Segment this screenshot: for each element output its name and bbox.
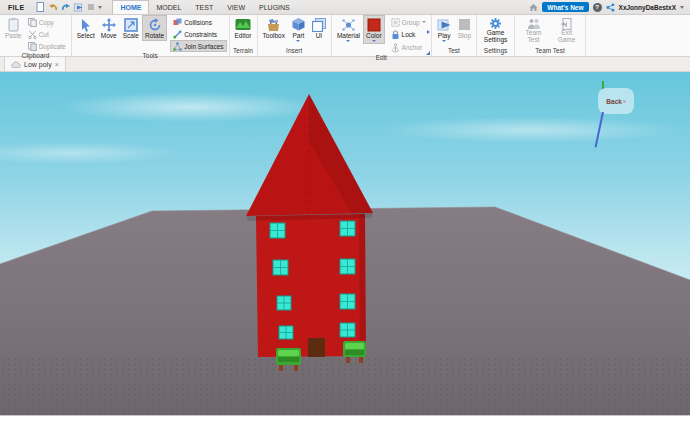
team-test-button[interactable]: Team Test (517, 15, 550, 46)
view-selector-label: Back (606, 98, 622, 105)
anchor-button[interactable]: Anchor (388, 41, 429, 54)
username[interactable]: XxJonnyDaBestxX (619, 4, 676, 11)
select-icon (79, 17, 92, 32)
scale-label: Scale (123, 32, 139, 39)
lock-button[interactable]: Lock (388, 28, 429, 41)
rotate-label: Rotate (145, 32, 164, 39)
viewport-3d[interactable]: Back x (0, 72, 690, 415)
ribbon: Paste Copy Cut Duplicate Clipboard (0, 14, 690, 57)
whats-new-button[interactable]: What's New (542, 2, 588, 12)
group-edit: Material Color Group Lock (332, 14, 432, 56)
part-icon (291, 17, 306, 32)
help-icon[interactable]: ? (593, 3, 602, 12)
game-settings-button[interactable]: Game Settings (479, 15, 512, 46)
join-surfaces-icon (173, 42, 182, 51)
file-menu[interactable]: FILE (0, 0, 32, 14)
color-label: Color (366, 32, 382, 39)
run-icon[interactable] (74, 3, 84, 12)
join-surfaces-button[interactable]: Join Surfaces (170, 40, 226, 52)
tab-view[interactable]: VIEW (220, 0, 252, 14)
toolbox-button[interactable]: Toolbox (260, 15, 288, 41)
share-icon[interactable] (606, 3, 615, 12)
duplicate-label: Duplicate (39, 43, 66, 50)
group-team-test: Team Test Exit Game Team Test (515, 14, 586, 56)
house-model[interactable] (246, 94, 373, 371)
duplicate-button[interactable]: Duplicate (25, 40, 69, 52)
duplicate-icon (28, 42, 37, 51)
edit-expand-icon[interactable] (427, 30, 430, 34)
group-test: Play Stop Test (432, 14, 477, 56)
constraints-button[interactable]: Constraints (170, 28, 226, 40)
doc-tab-title: Low poly (24, 61, 52, 68)
exit-game-button[interactable]: Exit Game (550, 15, 583, 46)
group-clipboard: Paste Copy Cut Duplicate Clipboard (0, 14, 72, 56)
join-surfaces-label: Join Surfaces (184, 43, 223, 50)
move-icon (102, 17, 116, 32)
rotate-button[interactable]: Rotate (142, 15, 167, 41)
stop-small-icon[interactable] (87, 3, 95, 11)
cut-button[interactable]: Cut (25, 28, 69, 40)
ui-icon (312, 17, 326, 32)
team-test-group-label: Team Test (515, 47, 585, 56)
tab-plugins[interactable]: PLUGINS (252, 0, 297, 14)
part-label: Part (292, 32, 304, 39)
undo-icon[interactable] (48, 3, 58, 12)
select-button[interactable]: Select (74, 15, 98, 41)
user-dropdown-icon[interactable] (680, 6, 684, 9)
select-label: Select (77, 32, 95, 39)
collisions-button[interactable]: Collisions (170, 16, 226, 28)
doc-tab-close-icon[interactable]: × (55, 61, 59, 68)
part-dropdown-icon[interactable] (296, 40, 300, 42)
terrain-group-label: Terrain (230, 47, 257, 56)
material-button[interactable]: Material (334, 15, 363, 44)
house-door (308, 338, 325, 357)
part-button[interactable]: Part (288, 15, 309, 44)
copy-label: Copy (39, 19, 54, 26)
play-dropdown-icon[interactable] (442, 40, 446, 42)
group-button[interactable]: Group (388, 16, 429, 28)
view-selector-x-label: x (623, 98, 626, 104)
terrain-editor-button[interactable]: Editor (232, 15, 255, 41)
anchor-icon (391, 43, 400, 53)
group-dropdown-icon[interactable] (422, 21, 426, 23)
move-label: Move (101, 32, 117, 39)
ui-button[interactable]: UI (309, 15, 329, 41)
material-dropdown-icon[interactable] (346, 40, 350, 42)
paste-label: Paste (5, 32, 22, 39)
lock-label: Lock (402, 31, 416, 38)
edit-group-label: Edit (332, 54, 431, 63)
color-button[interactable]: Color (363, 15, 385, 44)
color-dropdown-icon[interactable] (372, 40, 376, 42)
settings-group-label: Settings (477, 47, 514, 56)
toolbox-icon (266, 17, 281, 32)
rotate-icon (148, 17, 162, 32)
lock-icon (391, 30, 400, 40)
play-icon (437, 17, 452, 32)
cut-icon (28, 30, 37, 39)
redo-icon[interactable] (61, 3, 71, 12)
stop-button[interactable]: Stop (455, 15, 474, 41)
bottom-strip (0, 415, 690, 431)
play-button[interactable]: Play (434, 15, 455, 44)
exit-game-label: Exit Game (553, 30, 580, 44)
tab-model[interactable]: MODEL (149, 0, 188, 14)
ribbon-filler (586, 14, 690, 56)
move-button[interactable]: Move (98, 15, 120, 41)
stop-icon (458, 17, 471, 32)
new-file-icon[interactable] (36, 2, 45, 12)
edit-dialog-launcher-icon[interactable] (426, 51, 430, 55)
group-terrain: Editor Terrain (230, 14, 258, 56)
collisions-icon (173, 18, 182, 27)
quick-access-toolbar (32, 0, 106, 14)
home-icon[interactable] (529, 3, 538, 12)
paste-icon (7, 17, 20, 32)
copy-button[interactable]: Copy (25, 16, 69, 28)
tab-home[interactable]: HOME (112, 0, 149, 14)
view-selector[interactable]: Back x (598, 88, 634, 114)
material-icon (341, 17, 356, 32)
scale-button[interactable]: Scale (120, 15, 142, 41)
body-shade (359, 214, 366, 356)
tab-test[interactable]: TEST (188, 0, 220, 14)
qat-dropdown-icon[interactable] (98, 6, 102, 9)
paste-button[interactable]: Paste (2, 15, 25, 41)
